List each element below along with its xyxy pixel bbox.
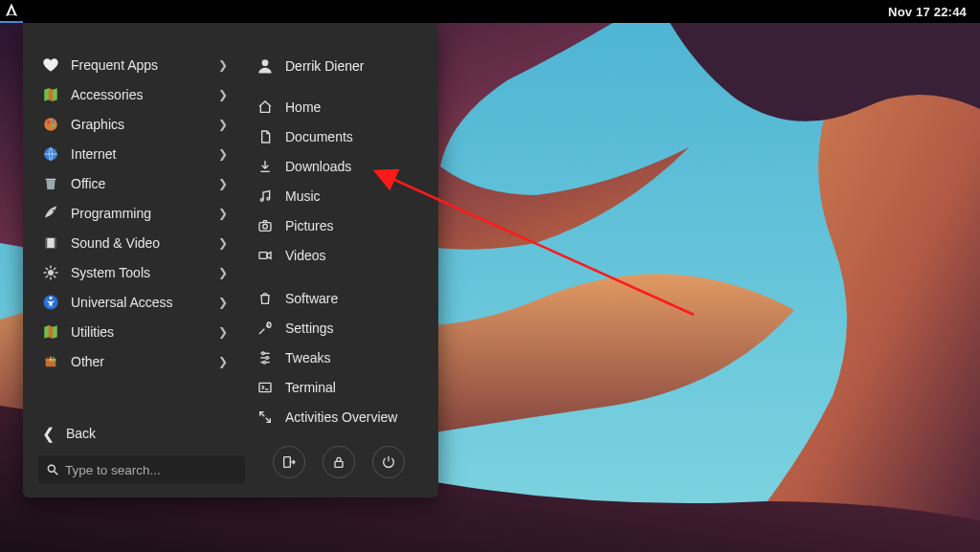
category-accessories[interactable]: Accessories ❯ bbox=[38, 79, 234, 109]
category-label: Graphics bbox=[71, 117, 218, 132]
search-icon bbox=[46, 463, 59, 476]
search-input[interactable] bbox=[65, 463, 237, 477]
category-label: Utilities bbox=[71, 324, 218, 340]
terminal-icon bbox=[253, 380, 278, 395]
svg-line-17 bbox=[54, 276, 56, 277]
back-button[interactable]: ❮ Back bbox=[38, 419, 234, 448]
svg-point-3 bbox=[52, 120, 55, 122]
place-label: Videos bbox=[285, 248, 425, 263]
music-icon bbox=[253, 188, 278, 204]
tool-label: Tweaks bbox=[285, 350, 425, 365]
place-label: Documents bbox=[285, 129, 425, 144]
camera-icon bbox=[253, 218, 278, 233]
category-label: Programming bbox=[71, 206, 218, 221]
category-label: Other bbox=[71, 354, 218, 369]
logout-icon bbox=[281, 454, 297, 470]
lock-button[interactable] bbox=[323, 446, 355, 478]
search-box[interactable] bbox=[38, 455, 245, 484]
category-other[interactable]: Other ❯ bbox=[38, 346, 234, 376]
place-videos[interactable]: Videos bbox=[253, 240, 425, 270]
activities-button[interactable] bbox=[0, 0, 23, 23]
svg-rect-41 bbox=[259, 383, 271, 391]
svg-point-30 bbox=[260, 198, 263, 201]
chevron-right-icon: ❯ bbox=[218, 58, 234, 72]
avatar-icon bbox=[253, 56, 278, 76]
logout-button[interactable] bbox=[273, 446, 305, 478]
shopping-bag-icon bbox=[253, 291, 278, 306]
svg-rect-43 bbox=[284, 457, 291, 468]
chevron-right-icon: ❯ bbox=[218, 296, 234, 309]
svg-rect-10 bbox=[55, 237, 56, 248]
chevron-right-icon: ❯ bbox=[218, 88, 234, 101]
tool-label: Software bbox=[285, 291, 425, 306]
svg-rect-44 bbox=[335, 461, 343, 467]
chevron-right-icon: ❯ bbox=[218, 266, 234, 279]
user-row[interactable]: Derrik Diener bbox=[253, 50, 425, 82]
svg-point-33 bbox=[263, 224, 268, 229]
svg-point-40 bbox=[263, 361, 266, 364]
category-frequent-apps[interactable]: Frequent Apps ❯ bbox=[38, 50, 234, 79]
chevron-right-icon: ❯ bbox=[218, 207, 234, 220]
chevron-left-icon: ❮ bbox=[42, 425, 55, 443]
svg-point-31 bbox=[267, 197, 270, 200]
category-label: Office bbox=[71, 176, 218, 191]
category-system-tools[interactable]: System Tools ❯ bbox=[38, 257, 234, 287]
document-icon bbox=[253, 129, 278, 144]
svg-point-36 bbox=[262, 352, 265, 355]
place-label: Downloads bbox=[285, 159, 425, 174]
tool-settings[interactable]: Settings bbox=[253, 313, 425, 342]
home-icon bbox=[253, 99, 278, 115]
category-graphics[interactable]: Graphics ❯ bbox=[38, 109, 234, 139]
chevron-right-icon: ❯ bbox=[218, 355, 234, 368]
places-column: Derrik Diener Home Documents Downloads M bbox=[243, 23, 438, 497]
category-sound-video[interactable]: Sound & Video ❯ bbox=[38, 228, 234, 257]
category-label: Universal Access bbox=[71, 295, 218, 310]
sliders-icon bbox=[253, 350, 278, 365]
application-menu: Frequent Apps ❯ Accessories ❯ Graphics ❯… bbox=[23, 23, 438, 497]
category-label: System Tools bbox=[71, 265, 218, 280]
category-label: Internet bbox=[71, 146, 218, 162]
place-documents[interactable]: Documents bbox=[253, 121, 425, 151]
chevron-right-icon: ❯ bbox=[218, 177, 234, 190]
svg-line-18 bbox=[46, 276, 48, 277]
svg-point-4 bbox=[53, 124, 56, 127]
tool-label: Activities Overview bbox=[285, 409, 425, 425]
svg-point-1 bbox=[44, 118, 57, 131]
svg-point-2 bbox=[47, 121, 50, 123]
svg-point-38 bbox=[266, 356, 269, 359]
svg-point-27 bbox=[48, 465, 55, 472]
tool-software[interactable]: Software bbox=[253, 283, 425, 313]
gear-icon bbox=[38, 264, 63, 281]
tool-terminal[interactable]: Terminal bbox=[253, 372, 425, 402]
category-label: Frequent Apps bbox=[71, 57, 218, 73]
place-home[interactable]: Home bbox=[253, 92, 425, 121]
clock[interactable]: Nov 17 22:44 bbox=[888, 5, 980, 19]
category-utilities[interactable]: Utilities ❯ bbox=[38, 317, 234, 346]
back-label: Back bbox=[66, 426, 96, 441]
video-icon bbox=[253, 248, 278, 263]
category-programming[interactable]: Programming ❯ bbox=[38, 198, 234, 228]
globe-icon bbox=[38, 145, 63, 163]
top-panel: Nov 17 22:44 bbox=[0, 0, 980, 23]
svg-point-7 bbox=[53, 209, 55, 210]
category-internet[interactable]: Internet ❯ bbox=[38, 139, 234, 168]
tool-label: Terminal bbox=[285, 380, 425, 395]
lock-icon bbox=[331, 454, 346, 470]
download-icon bbox=[253, 159, 278, 174]
category-universal-access[interactable]: Universal Access ❯ bbox=[38, 287, 234, 317]
chevron-right-icon: ❯ bbox=[218, 147, 234, 161]
arch-logo-icon bbox=[3, 2, 20, 19]
wrench-icon bbox=[253, 320, 278, 336]
tool-tweaks[interactable]: Tweaks bbox=[253, 342, 425, 372]
place-downloads[interactable]: Downloads bbox=[253, 151, 425, 181]
place-label: Pictures bbox=[285, 218, 425, 233]
category-office[interactable]: Office ❯ bbox=[38, 168, 234, 198]
tool-label: Settings bbox=[285, 320, 425, 336]
power-button[interactable] bbox=[372, 446, 405, 478]
heart-icon bbox=[38, 56, 63, 74]
place-pictures[interactable]: Pictures bbox=[253, 210, 425, 240]
tool-activities-overview[interactable]: Activities Overview bbox=[253, 402, 425, 431]
place-label: Home bbox=[285, 99, 425, 115]
svg-point-29 bbox=[262, 59, 269, 66]
place-music[interactable]: Music bbox=[253, 181, 425, 210]
